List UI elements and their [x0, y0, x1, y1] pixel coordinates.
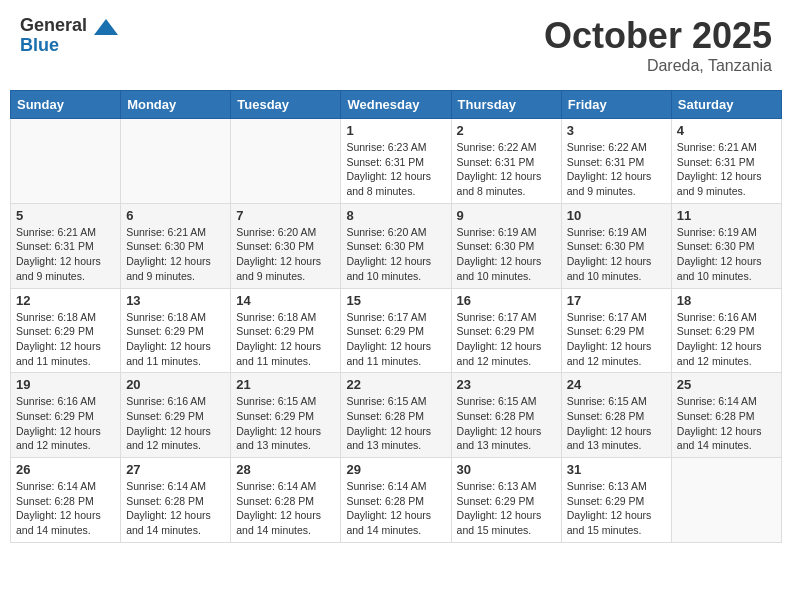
svg-marker-0 — [94, 19, 118, 35]
page-header: General Blue October 2025 Dareda, Tanzan… — [10, 10, 782, 80]
day-cell: 12Sunrise: 6:18 AMSunset: 6:29 PMDayligh… — [11, 288, 121, 373]
day-cell: 17Sunrise: 6:17 AMSunset: 6:29 PMDayligh… — [561, 288, 671, 373]
day-number: 8 — [346, 208, 445, 223]
day-number: 18 — [677, 293, 776, 308]
day-number: 21 — [236, 377, 335, 392]
day-cell — [231, 119, 341, 204]
day-number: 12 — [16, 293, 115, 308]
week-row-4: 19Sunrise: 6:16 AMSunset: 6:29 PMDayligh… — [11, 373, 782, 458]
week-row-1: 1Sunrise: 6:23 AMSunset: 6:31 PMDaylight… — [11, 119, 782, 204]
day-number: 16 — [457, 293, 556, 308]
day-number: 23 — [457, 377, 556, 392]
day-cell: 1Sunrise: 6:23 AMSunset: 6:31 PMDaylight… — [341, 119, 451, 204]
day-cell: 23Sunrise: 6:15 AMSunset: 6:28 PMDayligh… — [451, 373, 561, 458]
day-cell: 14Sunrise: 6:18 AMSunset: 6:29 PMDayligh… — [231, 288, 341, 373]
day-cell: 10Sunrise: 6:19 AMSunset: 6:30 PMDayligh… — [561, 203, 671, 288]
day-number: 20 — [126, 377, 225, 392]
day-cell: 15Sunrise: 6:17 AMSunset: 6:29 PMDayligh… — [341, 288, 451, 373]
day-info: Sunrise: 6:14 AMSunset: 6:28 PMDaylight:… — [236, 479, 335, 538]
day-info: Sunrise: 6:14 AMSunset: 6:28 PMDaylight:… — [126, 479, 225, 538]
day-info: Sunrise: 6:13 AMSunset: 6:29 PMDaylight:… — [567, 479, 666, 538]
day-info: Sunrise: 6:18 AMSunset: 6:29 PMDaylight:… — [236, 310, 335, 369]
day-number: 9 — [457, 208, 556, 223]
day-number: 29 — [346, 462, 445, 477]
day-info: Sunrise: 6:14 AMSunset: 6:28 PMDaylight:… — [16, 479, 115, 538]
day-number: 2 — [457, 123, 556, 138]
day-number: 28 — [236, 462, 335, 477]
day-cell: 6Sunrise: 6:21 AMSunset: 6:30 PMDaylight… — [121, 203, 231, 288]
day-cell — [121, 119, 231, 204]
day-info: Sunrise: 6:17 AMSunset: 6:29 PMDaylight:… — [346, 310, 445, 369]
weekday-header-row: SundayMondayTuesdayWednesdayThursdayFrid… — [11, 91, 782, 119]
day-cell — [671, 458, 781, 543]
day-cell: 30Sunrise: 6:13 AMSunset: 6:29 PMDayligh… — [451, 458, 561, 543]
day-cell: 4Sunrise: 6:21 AMSunset: 6:31 PMDaylight… — [671, 119, 781, 204]
day-cell: 11Sunrise: 6:19 AMSunset: 6:30 PMDayligh… — [671, 203, 781, 288]
day-info: Sunrise: 6:16 AMSunset: 6:29 PMDaylight:… — [16, 394, 115, 453]
day-number: 4 — [677, 123, 776, 138]
day-number: 14 — [236, 293, 335, 308]
day-number: 17 — [567, 293, 666, 308]
day-cell: 9Sunrise: 6:19 AMSunset: 6:30 PMDaylight… — [451, 203, 561, 288]
day-number: 13 — [126, 293, 225, 308]
day-number: 30 — [457, 462, 556, 477]
weekday-header-monday: Monday — [121, 91, 231, 119]
day-info: Sunrise: 6:14 AMSunset: 6:28 PMDaylight:… — [677, 394, 776, 453]
day-number: 19 — [16, 377, 115, 392]
day-cell: 31Sunrise: 6:13 AMSunset: 6:29 PMDayligh… — [561, 458, 671, 543]
day-info: Sunrise: 6:17 AMSunset: 6:29 PMDaylight:… — [457, 310, 556, 369]
day-cell: 28Sunrise: 6:14 AMSunset: 6:28 PMDayligh… — [231, 458, 341, 543]
location-title: Dareda, Tanzania — [544, 57, 772, 75]
day-info: Sunrise: 6:15 AMSunset: 6:29 PMDaylight:… — [236, 394, 335, 453]
day-cell: 3Sunrise: 6:22 AMSunset: 6:31 PMDaylight… — [561, 119, 671, 204]
day-info: Sunrise: 6:20 AMSunset: 6:30 PMDaylight:… — [236, 225, 335, 284]
day-info: Sunrise: 6:17 AMSunset: 6:29 PMDaylight:… — [567, 310, 666, 369]
day-cell: 25Sunrise: 6:14 AMSunset: 6:28 PMDayligh… — [671, 373, 781, 458]
weekday-header-friday: Friday — [561, 91, 671, 119]
calendar-table: SundayMondayTuesdayWednesdayThursdayFrid… — [10, 90, 782, 543]
day-info: Sunrise: 6:18 AMSunset: 6:29 PMDaylight:… — [16, 310, 115, 369]
day-info: Sunrise: 6:14 AMSunset: 6:28 PMDaylight:… — [346, 479, 445, 538]
week-row-5: 26Sunrise: 6:14 AMSunset: 6:28 PMDayligh… — [11, 458, 782, 543]
day-info: Sunrise: 6:15 AMSunset: 6:28 PMDaylight:… — [567, 394, 666, 453]
weekday-header-sunday: Sunday — [11, 91, 121, 119]
day-cell: 26Sunrise: 6:14 AMSunset: 6:28 PMDayligh… — [11, 458, 121, 543]
weekday-header-thursday: Thursday — [451, 91, 561, 119]
day-cell: 5Sunrise: 6:21 AMSunset: 6:31 PMDaylight… — [11, 203, 121, 288]
day-info: Sunrise: 6:13 AMSunset: 6:29 PMDaylight:… — [457, 479, 556, 538]
day-info: Sunrise: 6:16 AMSunset: 6:29 PMDaylight:… — [126, 394, 225, 453]
logo-icon — [94, 15, 118, 39]
title-section: October 2025 Dareda, Tanzania — [544, 15, 772, 75]
day-cell: 8Sunrise: 6:20 AMSunset: 6:30 PMDaylight… — [341, 203, 451, 288]
day-info: Sunrise: 6:19 AMSunset: 6:30 PMDaylight:… — [457, 225, 556, 284]
day-cell: 20Sunrise: 6:16 AMSunset: 6:29 PMDayligh… — [121, 373, 231, 458]
day-number: 27 — [126, 462, 225, 477]
week-row-3: 12Sunrise: 6:18 AMSunset: 6:29 PMDayligh… — [11, 288, 782, 373]
weekday-header-wednesday: Wednesday — [341, 91, 451, 119]
day-cell: 27Sunrise: 6:14 AMSunset: 6:28 PMDayligh… — [121, 458, 231, 543]
logo: General Blue — [20, 15, 118, 56]
day-number: 10 — [567, 208, 666, 223]
day-cell: 21Sunrise: 6:15 AMSunset: 6:29 PMDayligh… — [231, 373, 341, 458]
day-info: Sunrise: 6:15 AMSunset: 6:28 PMDaylight:… — [346, 394, 445, 453]
day-cell: 16Sunrise: 6:17 AMSunset: 6:29 PMDayligh… — [451, 288, 561, 373]
day-info: Sunrise: 6:21 AMSunset: 6:30 PMDaylight:… — [126, 225, 225, 284]
day-number: 11 — [677, 208, 776, 223]
day-cell — [11, 119, 121, 204]
logo-text: General Blue — [20, 15, 118, 56]
day-number: 26 — [16, 462, 115, 477]
day-cell: 18Sunrise: 6:16 AMSunset: 6:29 PMDayligh… — [671, 288, 781, 373]
day-info: Sunrise: 6:22 AMSunset: 6:31 PMDaylight:… — [457, 140, 556, 199]
day-number: 25 — [677, 377, 776, 392]
day-info: Sunrise: 6:18 AMSunset: 6:29 PMDaylight:… — [126, 310, 225, 369]
day-number: 22 — [346, 377, 445, 392]
weekday-header-tuesday: Tuesday — [231, 91, 341, 119]
day-cell: 13Sunrise: 6:18 AMSunset: 6:29 PMDayligh… — [121, 288, 231, 373]
day-number: 31 — [567, 462, 666, 477]
day-info: Sunrise: 6:22 AMSunset: 6:31 PMDaylight:… — [567, 140, 666, 199]
day-cell: 24Sunrise: 6:15 AMSunset: 6:28 PMDayligh… — [561, 373, 671, 458]
month-title: October 2025 — [544, 15, 772, 57]
day-number: 15 — [346, 293, 445, 308]
day-cell: 22Sunrise: 6:15 AMSunset: 6:28 PMDayligh… — [341, 373, 451, 458]
day-cell: 29Sunrise: 6:14 AMSunset: 6:28 PMDayligh… — [341, 458, 451, 543]
